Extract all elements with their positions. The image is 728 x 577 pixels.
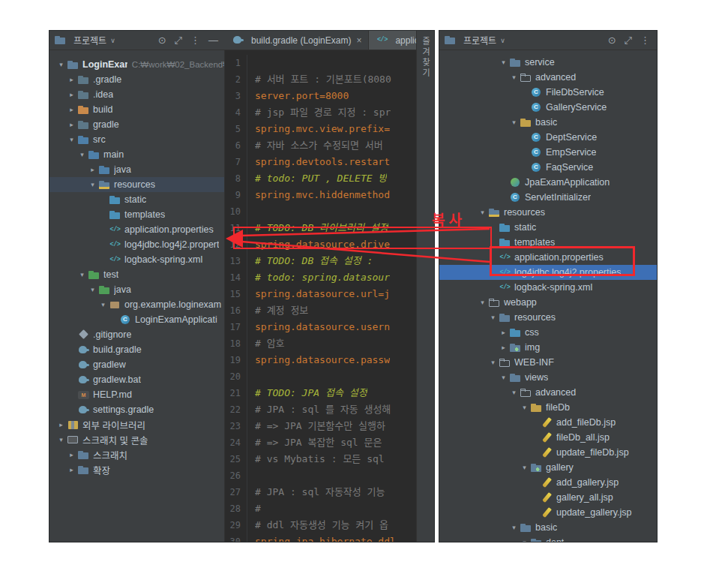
tree-item-log4jdbc-log4j2-properties[interactable]: log4jdbc.log4j2.properties: [439, 265, 657, 280]
editor-line[interactable]: 25# vs Mybatis : 모든 sql: [225, 451, 416, 467]
expand-icon[interactable]: ⤢: [172, 35, 184, 47]
tree-item-item[interactable]: ▸확장: [49, 462, 224, 477]
tree-item-basic[interactable]: ▾basic: [439, 520, 657, 535]
editor-line[interactable]: 6# 자바 소스가 수정되면 서버: [225, 137, 416, 154]
editor-line[interactable]: 15spring.datasource.url=j: [225, 286, 416, 302]
tree-item-settings-gradle[interactable]: settings.gradle: [49, 402, 224, 417]
close-icon[interactable]: ×: [356, 35, 361, 46]
chevron-down-icon[interactable]: ▾: [487, 359, 499, 366]
tree-item-galleryservice[interactable]: GalleryService: [439, 100, 657, 115]
chevron-down-icon[interactable]: ▾: [76, 151, 88, 158]
tree-item-deptservice[interactable]: DeptService: [439, 130, 657, 145]
tree-item-servletinitializer[interactable]: ServletInitializer: [439, 190, 657, 205]
chevron-down-icon[interactable]: ∨: [500, 37, 505, 44]
editor-line[interactable]: 14# todo: spring.datasour: [225, 269, 416, 286]
editor-line[interactable]: 21# TODO: JPA 접속 설정: [225, 385, 416, 401]
tree-item-css[interactable]: ▸css: [439, 325, 657, 340]
tree-item-loginexamapplicati[interactable]: LoginExamApplicati: [49, 312, 224, 327]
editor-line[interactable]: 1: [225, 55, 416, 71]
chevron-right-icon[interactable]: ▸: [66, 451, 77, 458]
tree-item-main[interactable]: ▾main: [49, 147, 224, 162]
editor-tab-application-properties[interactable]: applica: [369, 31, 416, 50]
tree-item-log4jdbc-log4j2-propert[interactable]: log4jdbc.log4j2.propert: [49, 237, 224, 252]
tree-item-application-properties[interactable]: application.properties: [49, 222, 224, 237]
editor[interactable]: 12# 서버 포트 : 기본포트(80803server.port=80004#…: [225, 50, 416, 542]
editor-line[interactable]: 11# TODO: DB 라이브러리 설정: [225, 220, 416, 236]
editor-line[interactable]: 29# ddl 자동생성 기능 켜기 옵: [225, 517, 416, 533]
tree-item-static[interactable]: static: [49, 192, 224, 207]
tree-item-empservice[interactable]: EmpService: [439, 145, 657, 160]
tree-item-templates[interactable]: templates: [439, 235, 657, 250]
chevron-right-icon[interactable]: ▸: [66, 106, 77, 113]
chevron-down-icon[interactable]: ▾: [66, 136, 77, 143]
tree-item-java[interactable]: ▸java: [49, 162, 224, 177]
tree-item-help-md[interactable]: HELP.md: [49, 387, 224, 402]
tree-item-gradlew[interactable]: gradlew: [49, 357, 224, 372]
tree-item-logback-spring-xml[interactable]: logback-spring.xml: [49, 252, 224, 267]
chevron-down-icon[interactable]: ▾: [519, 404, 530, 411]
chevron-down-icon[interactable]: ▾: [477, 299, 488, 306]
tree-item-webapp[interactable]: ▾webapp: [439, 295, 657, 310]
chevron-down-icon[interactable]: ▾: [508, 119, 520, 126]
chevron-down-icon[interactable]: ▾: [498, 374, 509, 381]
editor-line[interactable]: 8# todo: PUT , DELETE 방: [225, 170, 416, 187]
tree-item-jpaexamapplication[interactable]: JpaExamApplication: [439, 175, 657, 190]
hide-icon[interactable]: —: [206, 35, 220, 46]
locate-icon[interactable]: ⊙: [606, 35, 619, 46]
chevron-down-icon[interactable]: ▾: [498, 59, 509, 66]
tree-item-templates[interactable]: templates: [49, 207, 224, 222]
editor-line[interactable]: 26: [225, 467, 416, 484]
tree-item-advanced[interactable]: ▾advanced: [439, 70, 657, 85]
tree-item-img[interactable]: ▸img: [439, 340, 657, 355]
tree-item-filedb[interactable]: ▾fileDb: [439, 400, 657, 415]
editor-line[interactable]: 9spring.mvc.hiddenmethod: [225, 187, 416, 203]
editor-line[interactable]: 16# 계정 정보: [225, 302, 416, 319]
chevron-down-icon[interactable]: ∨: [110, 37, 115, 44]
tree-item-resources[interactable]: ▾resources: [49, 177, 224, 192]
chevron-down-icon[interactable]: ▾: [519, 539, 530, 542]
editor-line[interactable]: 22# JPA : sql 를 자동 생성해: [225, 401, 416, 418]
more-icon[interactable]: ⋮: [638, 35, 652, 46]
chevron-down-icon[interactable]: ▾: [519, 464, 530, 471]
tree-item-src[interactable]: ▾src: [49, 132, 224, 147]
editor-line[interactable]: 28#: [225, 500, 416, 517]
tree-item-update-gallery-jsp[interactable]: update_gallery.jsp: [439, 505, 657, 520]
tree-item-logback-spring-xml[interactable]: logback-spring.xml: [439, 280, 657, 295]
tree-item-item[interactable]: ▸스크래치: [49, 447, 224, 462]
chevron-down-icon[interactable]: ▾: [97, 301, 109, 308]
tree-item-gitignore[interactable]: .gitignore: [49, 327, 224, 342]
tree-item-gradlew-bat[interactable]: gradlew.bat: [49, 372, 224, 387]
chevron-down-icon[interactable]: ▾: [55, 61, 67, 68]
editor-line[interactable]: 20: [225, 368, 416, 385]
chevron-down-icon[interactable]: ▾: [55, 436, 67, 443]
chevron-right-icon[interactable]: ▸: [498, 329, 509, 336]
editor-line[interactable]: 2# 서버 포트 : 기본포트(8080: [225, 71, 416, 88]
tree-item-loginexam[interactable]: ▾LoginExamC:₩work₩02_Backend₩0: [49, 57, 224, 72]
tree-item-item[interactable]: ▸외부 라이브러리: [49, 417, 224, 432]
tree-item-resources[interactable]: ▾resources: [439, 310, 657, 325]
editor-line[interactable]: 5spring.mvc.view.prefix=: [225, 121, 416, 137]
tree-item-add-gallery-jsp[interactable]: add_gallery.jsp: [439, 475, 657, 490]
tree-item-gallery-all-jsp[interactable]: gallery_all.jsp: [439, 490, 657, 505]
expand-icon[interactable]: ⤢: [622, 35, 634, 47]
tree-item-static[interactable]: static: [439, 220, 657, 235]
tree-item-service[interactable]: ▾service: [439, 55, 657, 70]
editor-line[interactable]: 7spring.devtools.restart: [225, 154, 416, 170]
editor-tab-build-gradle[interactable]: build.gradle (LoginExam) ×: [225, 31, 369, 50]
chevron-down-icon[interactable]: ▾: [508, 524, 520, 531]
chevron-down-icon[interactable]: ▾: [477, 209, 488, 216]
tree-item-gallery[interactable]: ▾gallery: [439, 460, 657, 475]
tree-item-views[interactable]: ▾views: [439, 370, 657, 385]
editor-line[interactable]: 30spring.jpa.hibernate.ddl: [225, 533, 416, 542]
chevron-right-icon[interactable]: ▸: [66, 466, 77, 473]
chevron-right-icon[interactable]: ▸: [66, 76, 77, 83]
chevron-right-icon[interactable]: ▸: [498, 344, 509, 351]
editor-line[interactable]: 19spring.datasource.passw: [225, 352, 416, 368]
tree-item-add-filedb-jsp[interactable]: add_fileDb.jsp: [439, 415, 657, 430]
chevron-right-icon[interactable]: ▸: [87, 166, 98, 173]
editor-line[interactable]: 3server.port=8000: [225, 88, 416, 104]
tree-item-java[interactable]: ▾java: [49, 282, 224, 297]
editor-line[interactable]: 10: [225, 203, 416, 220]
tree-item-item[interactable]: ▾스크래치 및 콘솔: [49, 432, 224, 447]
tree-item-idea[interactable]: ▸.idea: [49, 87, 224, 102]
